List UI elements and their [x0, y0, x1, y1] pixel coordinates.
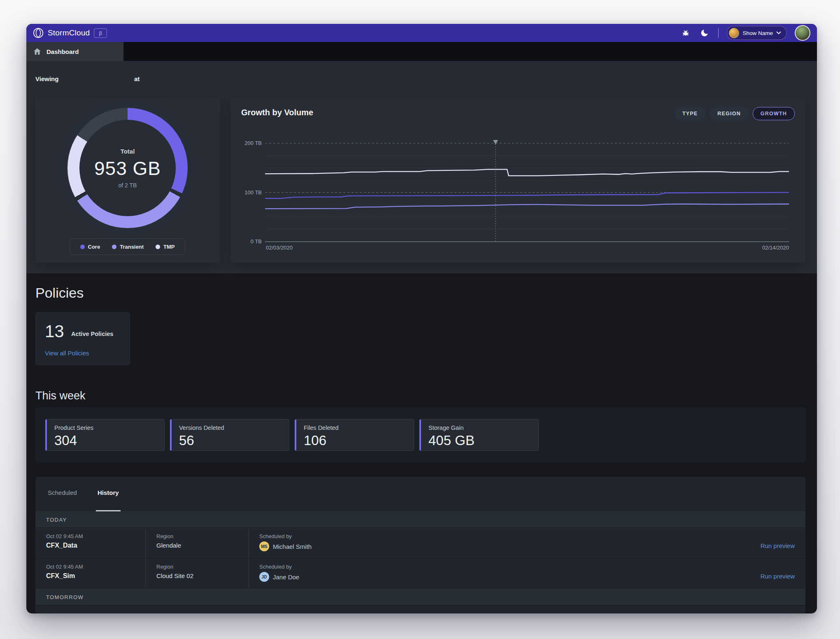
schedule-tab-scheduled[interactable]: Scheduled: [46, 489, 79, 511]
active-policies-card: 13 Active Policies View all Policies: [35, 312, 130, 365]
schedule-row-job: Oct 02 9:45 AM CFX_Sim: [35, 558, 145, 588]
user-pill-label: Show Name: [742, 30, 773, 36]
legend-item-core: Core: [80, 244, 100, 250]
legend-dot: [80, 245, 85, 249]
view-all-policies-link[interactable]: View all Policies: [45, 350, 89, 357]
chart-marker: [493, 140, 498, 145]
user-menu-pill[interactable]: Show Name: [727, 26, 786, 40]
stat-value: 56: [179, 433, 289, 448]
this-week-stats: Product Series 304Versions Deleted 56Fil…: [35, 408, 805, 462]
initials-avatar: MS: [259, 541, 269, 551]
donut-value: 953 GB: [94, 157, 161, 180]
stormcloud-logo-icon: [33, 28, 44, 38]
y-axis-tick: 100 TB: [236, 189, 262, 196]
stat-label: Storage Gain: [428, 424, 538, 431]
schedule-section-header: TODAY: [35, 511, 805, 528]
x-axis-start-label: 02/03/2020: [266, 245, 293, 251]
schedule-list: TODAY Oct 02 9:45 AM CFX_Data Region Gle…: [35, 511, 805, 611]
stat-value: 304: [54, 433, 164, 448]
stat-card-storage-gain: Storage Gain 405 GB: [419, 419, 539, 451]
y-axis-tick: 0 TB: [236, 238, 262, 245]
schedule-row-region: Region Glendale: [145, 528, 248, 558]
brand: StormCloud β: [26, 28, 107, 38]
stat-label: Product Series: [54, 424, 164, 431]
stat-card-versions-deleted: Versions Deleted 56: [170, 419, 289, 451]
home-icon: [34, 48, 41, 55]
at-label: at: [134, 75, 140, 82]
schedule-row-time: Oct 02 9:45 AM: [46, 533, 145, 539]
stat-label: Versions Deleted: [179, 424, 289, 431]
stat-card-files-deleted: Files Deleted 106: [295, 419, 414, 451]
schedule-row-region: Region Cloud Site 02: [145, 558, 248, 588]
storage-total-card: Total 953 GB of 2 TB CoreTransientTMP: [35, 98, 220, 263]
schedule-row: Oct 02 9:45 AM CFX_Sim Region Cloud Site…: [35, 558, 805, 589]
schedule-card: ScheduledHistory TODAY Oct 02 9:45 AM CF…: [35, 477, 805, 613]
legend-dot: [156, 245, 160, 249]
y-axis-tick: 200 TB: [236, 140, 262, 146]
tab-dashboard[interactable]: Dashboard: [26, 42, 123, 61]
top-bar-actions: Show Name: [680, 25, 817, 41]
active-policies-count: 13: [45, 322, 64, 341]
filter-row: Viewing All data types at All regions Br…: [26, 70, 817, 88]
app-name: StormCloud: [48, 28, 90, 37]
bug-icon[interactable]: [680, 28, 691, 38]
stat-value: 405 GB: [428, 433, 538, 448]
donut-legend: CoreTransientTMP: [70, 238, 185, 255]
this-week-section-title: This week: [35, 389, 86, 402]
tab-bar: Dashboard: [26, 42, 817, 61]
donut-title: Total: [121, 148, 135, 155]
schedule-row-name: CFX_Sim: [46, 572, 145, 580]
active-policies-label: Active Policies: [71, 331, 113, 337]
schedule-section-header: TOMORROW: [35, 589, 805, 605]
schedule-row-clipped: [35, 605, 805, 611]
chevron-down-icon: [776, 31, 781, 35]
schedule-row-scheduled-by: Scheduled by JD Jane Doe: [248, 558, 715, 588]
desktop-background: StormCloud β: [0, 0, 840, 639]
initials-avatar: JD: [259, 572, 269, 582]
stat-value: 106: [304, 433, 414, 448]
schedule-row-job: Oct 02 9:45 AM CFX_Data: [35, 528, 145, 558]
top-bar-divider: [718, 28, 719, 38]
growth-by-volume-card: Growth by Volume TYPEREGIONGROWTH 02/03/…: [230, 98, 805, 263]
user-pill-avatar: [729, 28, 739, 38]
series-core: [265, 192, 789, 198]
donut-center-text: Total 953 GB of 2 TB: [67, 108, 188, 228]
policies-section-title: Policies: [35, 285, 84, 301]
legend-item-tmp: TMP: [156, 244, 175, 250]
app-window: StormCloud β: [26, 24, 817, 613]
tab-dashboard-label: Dashboard: [47, 48, 79, 55]
stat-card-product-series: Product Series 304: [45, 419, 165, 451]
legend-dot: [112, 245, 116, 249]
schedule-row-name: CFX_Data: [46, 542, 145, 549]
schedule-row: Oct 02 9:45 AM CFX_Data Region Glendale …: [35, 528, 805, 558]
dark-mode-moon-icon[interactable]: [699, 28, 710, 38]
beta-badge: β: [94, 28, 107, 38]
schedule-row-scheduled-by: Scheduled by MS Michael Smith: [248, 528, 715, 558]
schedule-tabs: ScheduledHistory: [35, 477, 805, 511]
schedule-tab-history[interactable]: History: [96, 489, 121, 511]
profile-avatar[interactable]: [795, 25, 810, 41]
series-tmp: [265, 169, 789, 176]
run-preview-link[interactable]: Run preview: [761, 573, 795, 580]
schedule-row-time: Oct 02 9:45 AM: [46, 564, 145, 570]
x-axis-end-label: 02/14/2020: [752, 245, 789, 251]
run-preview-link[interactable]: Run preview: [761, 542, 795, 549]
top-bar: StormCloud β: [26, 24, 817, 42]
viewing-label: Viewing: [35, 75, 58, 82]
donut-subtitle: of 2 TB: [119, 182, 137, 189]
legend-item-transient: Transient: [112, 244, 144, 250]
stat-label: Files Deleted: [304, 424, 414, 431]
growth-chart-svg: [265, 98, 789, 263]
